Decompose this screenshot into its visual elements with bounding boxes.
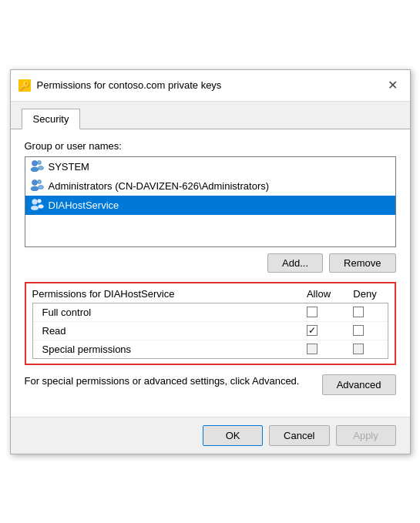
permissions-title-user: DIAHostService — [104, 288, 175, 300]
user-item-system[interactable]: SYSTEM — [25, 157, 395, 176]
user-item-diahostservice[interactable]: DIAHostService — [25, 196, 395, 215]
dialog-body: Group or user names: SYSTEM — [11, 129, 410, 417]
svg-point-10 — [32, 199, 37, 204]
perm-name-special: Special permissions — [39, 344, 289, 355]
user-action-buttons: Add... Remove — [25, 253, 396, 273]
advanced-text: For special permissions or advanced sett… — [25, 374, 311, 388]
checkbox-allow-special — [307, 344, 318, 354]
close-button[interactable]: ✕ — [384, 76, 402, 95]
svg-text:🔑: 🔑 — [19, 80, 30, 91]
svg-point-11 — [31, 206, 39, 210]
checkbox-deny-special — [353, 344, 364, 354]
dialog-footer: OK Cancel Apply — [11, 417, 410, 454]
permissions-title-prefix: Permissions for — [32, 288, 104, 300]
user-name-administrators: Administrators (CN-DAVIZEN-626\Administr… — [49, 180, 270, 192]
tab-bar: Security — [11, 102, 410, 129]
user-icon-administrators — [30, 179, 44, 193]
advanced-row: For special permissions or advanced sett… — [25, 374, 396, 395]
perm-deny-special[interactable] — [335, 344, 381, 354]
user-item-administrators[interactable]: Administrators (CN-DAVIZEN-626\Administr… — [25, 176, 395, 196]
dialog-title: Permissions for contoso.com private keys — [37, 79, 378, 91]
deny-column-header: Deny — [342, 288, 388, 300]
perm-deny-read[interactable] — [335, 325, 381, 336]
permissions-table: Full control Read — [32, 303, 388, 359]
title-bar: 🔑 Permissions for contoso.com private ke… — [11, 70, 410, 102]
tab-security[interactable]: Security — [22, 109, 81, 129]
checkbox-allow-fullcontrol[interactable] — [307, 307, 318, 317]
advanced-button[interactable]: Advanced — [322, 374, 396, 395]
perm-name-fullcontrol: Full control — [39, 307, 289, 318]
add-button[interactable]: Add... — [267, 253, 323, 273]
svg-point-3 — [31, 167, 39, 172]
users-list[interactable]: SYSTEM Administrators (CN-DAVIZEN-626\Ad… — [25, 156, 396, 247]
svg-point-6 — [32, 179, 37, 185]
svg-point-4 — [37, 160, 41, 164]
svg-point-9 — [38, 185, 43, 189]
svg-point-13 — [38, 204, 43, 208]
checkbox-deny-fullcontrol[interactable] — [353, 307, 364, 317]
dialog-icon: 🔑 — [18, 79, 31, 92]
users-section-label: Group or user names: — [25, 140, 396, 152]
perm-deny-fullcontrol[interactable] — [335, 307, 381, 317]
perm-row-fullcontrol: Full control — [33, 303, 388, 322]
svg-point-2 — [32, 160, 37, 166]
user-name-system: SYSTEM — [49, 161, 89, 173]
user-icon-diahostservice — [30, 198, 44, 213]
apply-button[interactable]: Apply — [336, 425, 396, 446]
svg-point-5 — [38, 166, 43, 169]
checkbox-allow-read[interactable] — [307, 325, 318, 336]
remove-button[interactable]: Remove — [329, 253, 395, 273]
ok-button[interactable]: OK — [203, 425, 263, 446]
checkbox-deny-read[interactable] — [353, 325, 364, 336]
perm-row-special: Special permissions — [33, 340, 388, 358]
permissions-header: Permissions for DIAHostService Allow Den… — [32, 288, 388, 300]
user-icon-system — [30, 159, 44, 174]
svg-point-12 — [37, 199, 41, 203]
permissions-dialog: 🔑 Permissions for contoso.com private ke… — [10, 69, 411, 454]
perm-allow-read[interactable] — [289, 325, 335, 336]
perm-row-read: Read — [33, 322, 388, 340]
perm-name-read: Read — [39, 325, 289, 337]
perm-allow-special[interactable] — [289, 344, 335, 354]
cancel-button[interactable]: Cancel — [269, 425, 329, 446]
svg-point-7 — [31, 186, 39, 191]
permissions-title: Permissions for DIAHostService — [32, 288, 296, 300]
perm-allow-fullcontrol[interactable] — [289, 307, 335, 317]
user-name-diahostservice: DIAHostService — [49, 199, 119, 211]
permissions-section: Permissions for DIAHostService Allow Den… — [25, 282, 396, 365]
svg-point-8 — [37, 179, 41, 183]
allow-column-header: Allow — [296, 288, 342, 300]
